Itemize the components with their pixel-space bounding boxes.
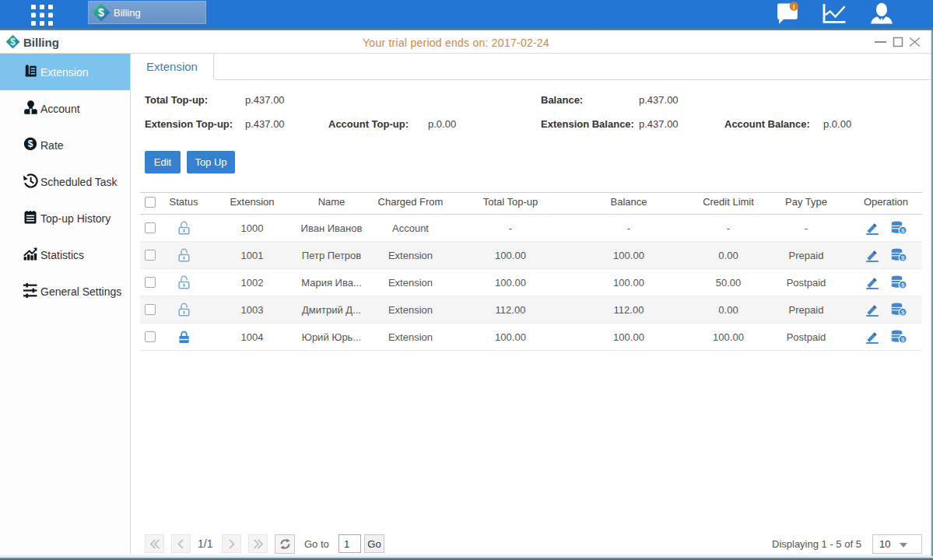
svg-text:$: $ bbox=[900, 336, 904, 343]
svg-text:$: $ bbox=[28, 138, 33, 149]
svg-text:$: $ bbox=[900, 282, 904, 289]
svg-text:$: $ bbox=[98, 6, 104, 19]
svg-text:$: $ bbox=[900, 227, 904, 234]
svg-text:$: $ bbox=[900, 254, 904, 261]
svg-text:$: $ bbox=[900, 309, 904, 316]
svg-text:!: ! bbox=[793, 2, 795, 11]
